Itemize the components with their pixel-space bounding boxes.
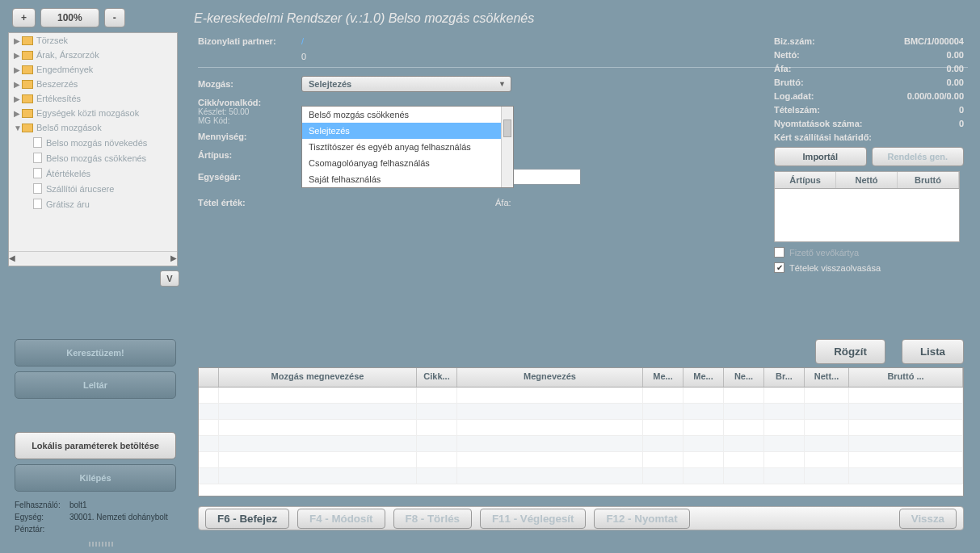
chevron-icon: ▶ xyxy=(14,80,22,89)
grid-col-mozgas[interactable]: Mozgás megnevezése xyxy=(219,368,417,387)
footer-penztar-label: Pénztár: xyxy=(15,525,63,534)
tree-folder-item[interactable]: ▶Egységek közti mozgások xyxy=(9,106,177,120)
tetelek-grid[interactable]: Mozgás megnevezése Cikk... Megnevezés Me… xyxy=(198,367,964,496)
collapse-sidebar-button[interactable]: V xyxy=(160,270,179,287)
cikk-label: Cikk/vonalkód: xyxy=(198,98,301,107)
dropdown-item-selected[interactable]: Selejtezés xyxy=(302,123,513,139)
tree-file-item[interactable]: Szállítói árucsere xyxy=(9,181,177,196)
fizeto-vevokartya-label: Fizető vevőkártya xyxy=(789,248,859,258)
grid-col-me2[interactable]: Me... xyxy=(683,368,724,387)
chevron-icon: ▶ xyxy=(14,109,22,118)
import-button[interactable]: Importál xyxy=(774,147,867,166)
file-icon xyxy=(33,153,42,163)
tree-item-label: Árak, Árszorzók xyxy=(36,50,99,60)
fizeto-vevokartya-checkbox xyxy=(774,247,784,258)
zoom-level-button[interactable]: 100% xyxy=(40,8,99,27)
tree-folder-item[interactable]: ▶Beszerzés xyxy=(9,77,177,91)
f11-veglegesit-button[interactable]: F11 - Véglegesít xyxy=(480,509,586,529)
rogzit-button[interactable]: Rögzít xyxy=(815,339,885,364)
meta-afa-value: 0.00 xyxy=(947,64,964,73)
zoom-in-button[interactable]: + xyxy=(12,8,36,27)
tree-item-label: Belső mozgások xyxy=(36,123,102,132)
tree-item-label: Egységek közti mozgások xyxy=(36,108,139,118)
partner-label: Bizonylati partner: xyxy=(198,36,301,46)
chevron-icon: ▼ xyxy=(14,124,22,132)
resize-grip-icon xyxy=(89,542,113,547)
meta-netto-label: Nettó: xyxy=(774,50,800,60)
nyomtatasok-value: 0 xyxy=(959,119,964,128)
footer-egyseg-label: Egység: xyxy=(15,513,63,522)
grid-col-pick[interactable] xyxy=(199,368,219,387)
tree-h-scrollbar[interactable]: ◀▶ xyxy=(9,251,177,264)
f12-nyomtat-button[interactable]: F12 - Nyomtat xyxy=(594,509,689,529)
folder-icon xyxy=(22,124,33,132)
exit-button[interactable]: Kilépés xyxy=(15,464,176,492)
meta-brutto-value: 0.00 xyxy=(947,78,964,87)
tree-item-label: Törzsek xyxy=(36,36,68,45)
file-icon xyxy=(33,168,42,178)
tree-item-label: Grátisz áru xyxy=(46,199,90,209)
footer-egyseg-value: 30001. Nemzeti dohánybolt xyxy=(69,513,168,522)
folder-icon xyxy=(22,36,33,45)
f4-modosit-button[interactable]: F4 - Módosít xyxy=(297,509,385,529)
grid-col-br[interactable]: Br... xyxy=(764,368,805,387)
zoom-out-button[interactable]: - xyxy=(104,8,125,27)
tree-file-item[interactable]: Belso mozgás növekedés xyxy=(9,135,177,150)
vissza-button[interactable]: Vissza xyxy=(899,509,957,529)
tree-folder-item[interactable]: ▼Belső mozgások xyxy=(9,120,177,135)
mini-th-artipus: Ártípus xyxy=(775,172,836,188)
artipus-label: Ártípus: xyxy=(198,150,301,160)
file-icon xyxy=(33,183,42,194)
afa-label: Áfa: xyxy=(495,198,511,207)
tree-item-label: Belso mozgás növekedés xyxy=(46,138,147,148)
mini-th-netto: Nettó xyxy=(836,172,898,188)
tree-file-item[interactable]: Grátisz áru xyxy=(9,196,177,212)
local-params-button[interactable]: Lokális paraméterek betöltése xyxy=(15,432,176,459)
dropdown-item[interactable]: Csomagolóanyag felhasználás xyxy=(302,155,513,171)
f8-torles-button[interactable]: F8 - Törlés xyxy=(393,509,472,529)
grid-col-nett[interactable]: Nett... xyxy=(805,368,849,387)
tree-item-label: Értékesítés xyxy=(36,94,81,103)
mozgas-dropdown[interactable]: Belső mozgás csökkenés Selejtezés Tisztí… xyxy=(301,106,514,188)
rendeles-gen-button[interactable]: Rendelés gen. xyxy=(872,147,965,166)
tree-folder-item[interactable]: ▶Engedmények xyxy=(9,62,177,77)
tetel-ertek-label: Tétel érték: xyxy=(198,198,301,207)
chevron-icon: ▶ xyxy=(14,65,22,74)
tree-folder-item[interactable]: ▶Árak, Árszorzók xyxy=(9,48,177,62)
tree-file-item[interactable]: Belso mozgás csökkenés xyxy=(9,150,177,165)
egysegar-label: Egységár: xyxy=(198,172,301,182)
tree-item-label: Engedmények xyxy=(36,65,93,74)
bizszam-label: Biz.szám: xyxy=(774,36,815,46)
mozgas-combo[interactable]: Selejtezés xyxy=(301,76,511,92)
meta-brutto-label: Bruttó: xyxy=(774,78,804,87)
lista-button[interactable]: Lista xyxy=(902,339,964,364)
tree-folder-item[interactable]: ▶Törzsek xyxy=(9,33,177,48)
dropdown-item[interactable]: Belső mozgás csökkenés xyxy=(302,107,513,123)
meta-netto-value: 0.00 xyxy=(947,50,964,60)
tetelek-visszaolvasasa-label: Tételek visszaolvasása xyxy=(789,263,881,273)
keresztuzem-button[interactable]: Keresztüzem! xyxy=(15,339,176,367)
grid-col-ne[interactable]: Ne... xyxy=(724,368,764,387)
grid-col-cikk[interactable]: Cikk... xyxy=(417,368,457,387)
logadat-value: 0.00/0.00/0.00 xyxy=(907,91,964,101)
tree-folder-item[interactable]: ▶Értékesítés xyxy=(9,91,177,106)
chevron-icon: ▶ xyxy=(14,51,22,60)
footer-user-label: Felhasználó: xyxy=(15,501,63,509)
leltar-button[interactable]: Leltár xyxy=(15,371,176,399)
grid-col-megnev[interactable]: Megnevezés xyxy=(457,368,643,387)
dropdown-item[interactable]: Saját felhasználás xyxy=(302,171,513,187)
nyomtatasok-label: Nyomtatások száma: xyxy=(774,119,862,128)
navigation-tree: ▶Törzsek▶Árak, Árszorzók▶Engedmények▶Bes… xyxy=(8,32,178,266)
chevron-icon: ▶ xyxy=(14,94,22,103)
tetelek-visszaolvasasa-checkbox[interactable]: ✔ xyxy=(774,262,784,273)
f6-befejez-button[interactable]: F6 - Befejez xyxy=(205,509,289,529)
function-bar: F6 - Befejez F4 - Módosít F8 - Törlés F1… xyxy=(198,506,964,530)
tree-file-item[interactable]: Átértékelés xyxy=(9,165,177,181)
dropdown-scrollbar[interactable] xyxy=(501,107,513,187)
dropdown-item[interactable]: Tisztítószer és egyéb anyag felhasználás xyxy=(302,139,513,155)
grid-col-brutto[interactable]: Bruttó ... xyxy=(849,368,963,387)
tree-item-label: Szállítói árucsere xyxy=(46,184,114,194)
bizszam-value: BMC/1/000004 xyxy=(904,36,964,46)
grid-col-me1[interactable]: Me... xyxy=(643,368,683,387)
partner-sub: 0 xyxy=(301,52,306,61)
